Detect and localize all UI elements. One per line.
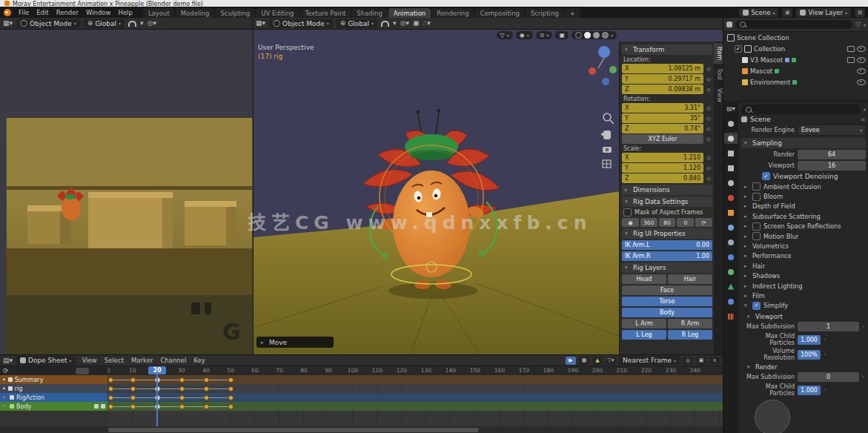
checkbox-icon[interactable]: ✓ bbox=[752, 302, 761, 310]
snap-magnet-icon[interactable] bbox=[381, 21, 389, 27]
panel-hair[interactable]: ▸Hair bbox=[741, 261, 866, 271]
scene-selector[interactable]: Scene ▾ bbox=[738, 7, 779, 18]
channel-rig[interactable]: •rig bbox=[0, 384, 107, 393]
z-axis-ball[interactable] bbox=[598, 46, 610, 58]
properties-tab-modifiers[interactable] bbox=[724, 222, 738, 233]
workspace-tab-scripting[interactable]: Scripting bbox=[526, 8, 564, 18]
refresh-icon[interactable]: ⟳ bbox=[3, 368, 9, 374]
mode-dropdown[interactable]: ◯ Object Mode ▾ bbox=[269, 19, 333, 28]
properties-tab-scene[interactable] bbox=[724, 177, 738, 188]
proportional-editing-icon[interactable]: ◎▾ bbox=[148, 20, 156, 27]
outliner-row-environment[interactable]: Environment bbox=[723, 76, 868, 87]
rig-layer-button-l-leg[interactable]: L Leg bbox=[622, 330, 666, 340]
outliner-search-input[interactable] bbox=[735, 20, 852, 29]
eye-visibility-icon[interactable] bbox=[857, 46, 866, 52]
rendered-shading-icon[interactable] bbox=[602, 32, 609, 39]
current-frame-badge[interactable]: 20 bbox=[148, 366, 166, 374]
keyframe-dot[interactable] bbox=[130, 386, 136, 391]
x-axis-ball[interactable] bbox=[589, 67, 596, 75]
properties-tab-constraints[interactable] bbox=[724, 266, 738, 277]
properties-tab-physics[interactable] bbox=[724, 251, 738, 262]
rotation-mode-dropdown[interactable]: XYZ Euler bbox=[622, 134, 703, 144]
outliner-row-mascot[interactable]: Mascot bbox=[723, 65, 868, 76]
workspace-tab-modeling[interactable]: Modeling bbox=[176, 8, 215, 18]
workspace-tab-item[interactable]: + bbox=[565, 8, 580, 18]
lock-icon[interactable] bbox=[101, 404, 105, 409]
rig-layer-button-face[interactable]: Face bbox=[622, 285, 712, 295]
rig-layer-button-r-leg[interactable]: R Leg bbox=[668, 330, 712, 340]
view-layer-selector[interactable]: View Layer ▾ bbox=[795, 7, 852, 18]
panel-simplify[interactable]: ▾✓Simplify bbox=[741, 301, 866, 311]
panel-bloom[interactable]: ▸Bloom bbox=[741, 191, 866, 201]
animate-dot-icon[interactable]: · bbox=[862, 323, 866, 331]
checkbox-icon[interactable] bbox=[752, 222, 761, 231]
keyframe-area[interactable] bbox=[107, 375, 723, 426]
workspace-tab-rendering[interactable]: Rendering bbox=[431, 8, 474, 18]
keyframe-diamond-icon[interactable]: ◇ bbox=[705, 136, 712, 142]
editor-type-icon[interactable]: ▤▾ bbox=[3, 357, 13, 364]
menu-window[interactable]: Window bbox=[83, 8, 114, 17]
editor-type-icon[interactable]: ▦▾ bbox=[256, 20, 265, 27]
workspace-tab-shading[interactable]: Shading bbox=[351, 8, 388, 18]
screen-toggle-icon[interactable] bbox=[847, 57, 855, 63]
workspace-tab-layout[interactable]: Layout bbox=[143, 8, 175, 18]
proportional-editing-icon[interactable]: ◎▾ bbox=[400, 20, 409, 27]
proportional-editing-icon[interactable]: ◎ bbox=[683, 357, 693, 365]
show-errors-toggle[interactable]: ▲ bbox=[592, 357, 603, 365]
properties-tab-render[interactable] bbox=[724, 133, 738, 144]
copy-icon[interactable]: ▣ bbox=[696, 357, 706, 365]
rig-layer-button-body[interactable]: Body bbox=[622, 308, 712, 317]
menu-help[interactable]: Help bbox=[115, 8, 135, 17]
rig-settings-checkbox-row[interactable]: Mask of Aspect Frames bbox=[623, 208, 712, 216]
keyframe-dot[interactable] bbox=[130, 395, 136, 400]
properties-tab-object[interactable] bbox=[724, 207, 738, 218]
outliner-row-scene-collection[interactable]: Scene Collection bbox=[723, 32, 868, 43]
panel-performance[interactable]: ▸Performance bbox=[741, 251, 866, 261]
left-viewport[interactable]: G bbox=[0, 30, 253, 354]
channel-summary[interactable]: •Summary bbox=[0, 375, 107, 384]
menu-render[interactable]: Render bbox=[53, 8, 82, 17]
rig-layer-button-r-arm[interactable]: R Arm bbox=[668, 319, 712, 328]
keyframe-diamond-icon[interactable]: ◇ bbox=[705, 165, 712, 171]
keyframe-dot[interactable] bbox=[179, 395, 185, 400]
shading-options-dropdown[interactable]: ▾ bbox=[611, 33, 613, 38]
only-selected-toggle[interactable]: ▶ bbox=[566, 357, 576, 365]
keyframe-dot[interactable] bbox=[228, 395, 233, 400]
keyframe-dot[interactable] bbox=[204, 395, 209, 400]
checkbox-icon[interactable] bbox=[752, 182, 761, 191]
rig-setting-button-80[interactable]: 80 bbox=[659, 218, 676, 227]
properties-tab-view-layer[interactable] bbox=[724, 162, 738, 173]
properties-tab-world[interactable] bbox=[724, 192, 738, 203]
keyframe-dot[interactable] bbox=[228, 386, 233, 391]
keyframe-dot[interactable] bbox=[204, 404, 209, 409]
display-mode-icon[interactable] bbox=[726, 22, 732, 27]
dope-menu-key[interactable]: Key bbox=[191, 357, 208, 364]
eye-visibility-icon[interactable] bbox=[857, 57, 866, 63]
rig-slider-ik-arm-l[interactable]: IK Arm.L0.00 bbox=[622, 240, 712, 250]
panel-motion-blur[interactable]: ▸Motion Blur bbox=[741, 231, 866, 241]
editor-type-icon[interactable]: ▤▾ bbox=[724, 103, 738, 114]
menu-file[interactable]: File bbox=[16, 8, 32, 17]
rig-slider-ik-arm-r[interactable]: IK Arm.R1.00 bbox=[622, 251, 712, 261]
render-engine-dropdown[interactable]: Eevee ▾ bbox=[798, 125, 866, 136]
y-axis-ball[interactable] bbox=[609, 66, 617, 73]
keyframe-dot[interactable] bbox=[108, 377, 113, 383]
collapse-area-icon[interactable]: ∧ bbox=[709, 357, 720, 365]
eye-visibility-icon[interactable] bbox=[857, 79, 866, 85]
link-icon[interactable]: ∞ bbox=[861, 116, 867, 123]
rig-setting-button-360[interactable]: 360 bbox=[640, 218, 657, 227]
location-x-field[interactable]: X1.09125 m bbox=[622, 64, 703, 73]
keyframe-dot[interactable] bbox=[204, 386, 209, 391]
blender-logo-icon[interactable] bbox=[4, 9, 11, 16]
sampling-value-field[interactable]: 64 bbox=[798, 150, 866, 159]
material-shading-icon[interactable] bbox=[593, 32, 600, 39]
workspace-tab-animation[interactable]: Animation bbox=[388, 8, 431, 18]
keyframe-dot[interactable] bbox=[204, 377, 209, 383]
properties-tab-tool[interactable] bbox=[724, 118, 738, 129]
dope-menu-view[interactable]: View bbox=[79, 357, 100, 364]
editor-type-icon[interactable]: ▦▾ bbox=[3, 20, 13, 27]
rig-ui-panel-header[interactable]: ▾Rig UI Properties bbox=[622, 228, 712, 239]
checkbox-icon[interactable]: ✓ bbox=[735, 45, 742, 53]
panel-subsurface-scattering[interactable]: ▸Subsurface Scattering bbox=[741, 211, 866, 221]
volume-resolution-field[interactable]: 100% bbox=[798, 350, 821, 360]
